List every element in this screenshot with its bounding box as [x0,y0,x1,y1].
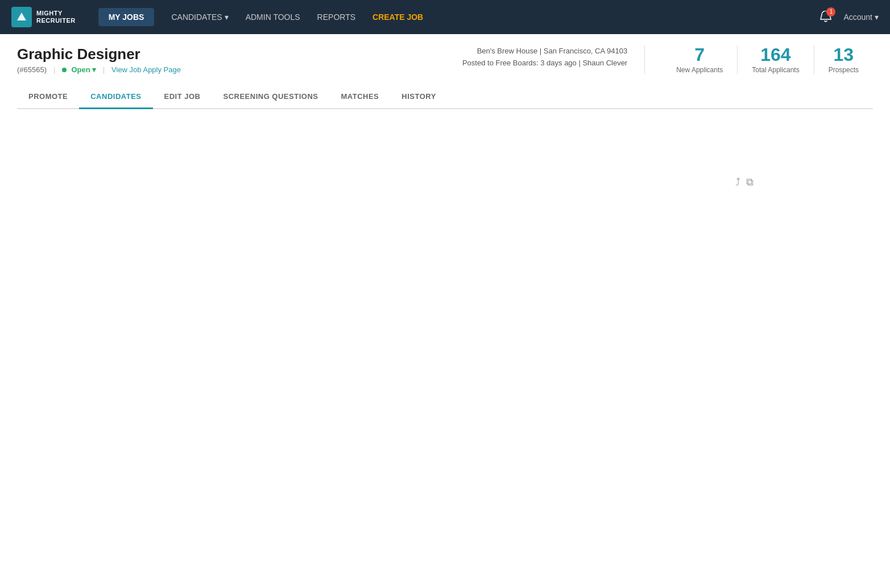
job-title: Graphic Designer [17,45,462,63]
tab-history[interactable]: HISTORY [390,85,448,109]
prospects-stat: 13 Prospects [814,45,873,74]
job-header: Graphic Designer (#65565) | Open ▾ | Vie… [17,45,873,74]
new-applicants-count: 7 [676,45,723,64]
nav-right-area: 1 Account ▾ [819,11,879,24]
admin-tools-nav-link[interactable]: ADMIN TOOLS [246,13,300,22]
logo-icon [11,7,32,27]
copy-icon[interactable]: ⧉ [746,176,754,188]
tab-promote[interactable]: PROMOTE [17,85,79,109]
notifications-button[interactable]: 1 [819,11,832,24]
tab-candidates[interactable]: CANDIDATES [79,85,152,109]
logo: MIGHTY RECRUITER [11,7,76,27]
job-id: (#65565) [17,65,47,74]
candidates-nav-link[interactable]: CANDIDATES ▾ [171,13,228,22]
tab-edit-job[interactable]: EDIT JOB [153,85,212,109]
svg-marker-0 [17,13,26,20]
tab-matches[interactable]: MATCHES [329,85,390,109]
job-location: Ben's Brew House | San Francisco, CA 941… [462,45,645,74]
account-menu[interactable]: Account ▾ [843,13,879,22]
top-nav: MIGHTY RECRUITER MY JOBS CANDIDATES ▾ AD… [0,0,890,34]
job-status-dropdown[interactable]: Open ▾ [71,65,96,74]
total-applicants-label: Total Applicants [752,66,799,74]
page-content: Graphic Designer (#65565) | Open ▾ | Vie… [0,34,890,588]
notification-badge: 1 [826,7,835,16]
new-applicants-stat: 7 New Applicants [662,45,738,74]
job-meta: (#65565) | Open ▾ | View Job Apply Page [17,65,462,74]
total-applicants-count: 164 [752,45,799,64]
prospects-count: 13 [829,45,859,64]
job-stats-area: Ben's Brew House | San Francisco, CA 941… [462,45,873,74]
status-indicator [62,68,67,72]
my-jobs-button[interactable]: MY JOBS [98,8,155,26]
job-title-area: Graphic Designer (#65565) | Open ▾ | Vie… [17,45,462,74]
reports-nav-link[interactable]: REPORTS [317,13,355,22]
page-tabs: PROMOTE CANDIDATES EDIT JOB SCREENING QU… [17,85,873,109]
view-job-apply-page-link[interactable]: View Job Apply Page [111,65,181,74]
new-applicants-label: New Applicants [676,66,723,74]
prospects-label: Prospects [829,66,859,74]
tab-screening-questions[interactable]: SCREENING QUESTIONS [212,85,329,109]
share-icon[interactable]: ⤴ [735,176,740,188]
detail-nav-icons: ⤴ ⧉ [735,176,754,188]
total-applicants-stat: 164 Total Applicants [738,45,814,74]
create-job-nav-link[interactable]: CREATE JOB [372,13,423,22]
logo-text: MIGHTY RECRUITER [36,10,76,24]
